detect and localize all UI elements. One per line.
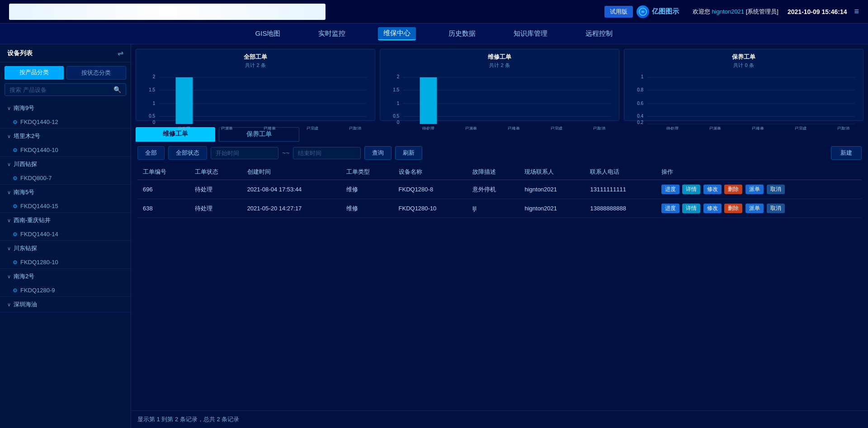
work-order-table-wrapper: 工单编号 工单状态 创建时间 工单类型 设备名称 故障描述 现场联系人 联系人电… bbox=[131, 164, 868, 410]
group-header-chuandong[interactable]: ∨ 川东钻探 bbox=[0, 241, 131, 256]
group-header-nanhai9[interactable]: ∨ 南海9号 bbox=[0, 100, 131, 116]
group-label: 川西钻探 bbox=[14, 160, 37, 168]
sidebar-title: 设备列表 bbox=[7, 49, 33, 57]
work-order-table: 工单编号 工单状态 创建时间 工单类型 设备名称 故障描述 现场联系人 联系人电… bbox=[137, 164, 862, 218]
svg-text:0.8: 0.8 bbox=[637, 87, 643, 92]
device-item-fkdq1440-10[interactable]: ⚙ FKDQ1440-10 bbox=[0, 144, 131, 156]
nav-item-maintenance[interactable]: 维保中心 bbox=[378, 27, 416, 40]
start-time-input[interactable] bbox=[211, 147, 278, 159]
cell-fault: 意外停机 bbox=[467, 180, 519, 199]
svg-text:0.6: 0.6 bbox=[637, 100, 643, 105]
query-button[interactable]: 查询 bbox=[364, 146, 392, 160]
filter-bar: 全部 全部状态 ~~ 查询 刷新 新建 bbox=[131, 142, 868, 164]
group-chuandong: ∨ 川东钻探 ⚙ FKDQ1280-10 bbox=[0, 241, 131, 269]
op-assign-btn[interactable]: 派单 bbox=[745, 204, 764, 213]
repair-orders-chart-area: 2 1.5 1 0.5 0 待处理 已派单 已接单 已完成 已取消 bbox=[386, 71, 613, 130]
group-chuanxi: ∨ 川西钻探 ⚙ FKDQ800-7 bbox=[0, 157, 131, 185]
trial-button[interactable]: 试用版 bbox=[604, 6, 633, 18]
cell-fault: ljl bbox=[467, 199, 519, 218]
device-icon: ⚙ bbox=[13, 287, 18, 294]
device-icon: ⚙ bbox=[13, 259, 18, 266]
group-talim2: ∨ 塔里木2号 ⚙ FKDQ1440-10 bbox=[0, 128, 131, 157]
device-item-fkdq1440-12[interactable]: ⚙ FKDQ1440-12 bbox=[0, 116, 131, 128]
group-header-xinan-cq[interactable]: ∨ 西南-重庆钻井 bbox=[0, 213, 131, 228]
group-nanhai2: ∨ 南海2号 ⚙ FKDQ1280-9 bbox=[0, 269, 131, 297]
col-status: 工单状态 bbox=[189, 164, 241, 180]
header-logo-area bbox=[9, 4, 604, 20]
svg-text:1: 1 bbox=[397, 100, 400, 105]
col-id: 工单编号 bbox=[137, 164, 189, 180]
group-label: 深圳海油 bbox=[14, 300, 37, 309]
nav-item-history[interactable]: 历史数据 bbox=[443, 28, 481, 40]
refresh-button[interactable]: 刷新 bbox=[395, 146, 422, 160]
pagination-text: 显示第 1 到第 2 条记录，总共 2 条记录 bbox=[137, 416, 239, 423]
op-assign-btn[interactable]: 派单 bbox=[745, 185, 764, 194]
nav-item-gis[interactable]: GIS地图 bbox=[250, 28, 286, 40]
device-item-fkdq1280-10[interactable]: ⚙ FKDQ1280-10 bbox=[0, 256, 131, 268]
svg-text:0.5: 0.5 bbox=[393, 114, 399, 119]
tab-product-category[interactable]: 按产品分类 bbox=[5, 66, 64, 80]
svg-text:1: 1 bbox=[153, 100, 156, 105]
svg-text:0.4: 0.4 bbox=[637, 114, 643, 119]
pagination: 显示第 1 到第 2 条记录，总共 2 条记录 bbox=[131, 410, 868, 428]
repair-orders-chart: 维修工单 共计 2 条 2 1.5 1 0.5 0 待处理 bbox=[380, 49, 619, 121]
end-time-input[interactable] bbox=[293, 147, 361, 159]
op-delete-btn[interactable]: 删除 bbox=[724, 185, 742, 194]
filter-all-status-button[interactable]: 全部状态 bbox=[168, 146, 207, 160]
op-edit-btn[interactable]: 修改 bbox=[703, 204, 722, 213]
op-progress-btn[interactable]: 进度 bbox=[661, 185, 679, 194]
op-delete-btn[interactable]: 删除 bbox=[724, 204, 742, 213]
menu-icon[interactable]: ≡ bbox=[854, 7, 859, 16]
device-item-fkdq1440-14[interactable]: ⚙ FKDQ1440-14 bbox=[0, 228, 131, 240]
svg-text:已派单: 已派单 bbox=[465, 126, 477, 130]
logo-bar bbox=[9, 4, 326, 20]
nav-item-knowledge[interactable]: 知识库管理 bbox=[508, 28, 553, 40]
chevron-icon: ∨ bbox=[7, 162, 11, 167]
trial-area: 试用版 亿图图示 bbox=[604, 5, 679, 18]
device-item-fkdq1280-9[interactable]: ⚙ FKDQ1280-9 bbox=[0, 284, 131, 296]
chevron-icon: ∨ bbox=[7, 302, 11, 308]
all-orders-chart-area: 2 1.5 1 0.5 0 待处理 已派单 已接单 已完成 bbox=[142, 71, 369, 130]
sidebar-switch-icon[interactable]: ⇌ bbox=[118, 49, 123, 57]
maint-orders-chart: 保养工单 共计 0 条 1 0.8 0.6 0.4 0.2 待处理 bbox=[624, 49, 863, 121]
filter-all-button[interactable]: 全部 bbox=[137, 146, 165, 160]
group-header-nanhai5[interactable]: ∨ 南海5号 bbox=[0, 185, 131, 200]
group-header-chuanxi[interactable]: ∨ 川西钻探 bbox=[0, 157, 131, 172]
table-row: 696 待处理 2021-08-04 17:53:44 维修 FKDQ1280-… bbox=[137, 180, 862, 199]
search-input[interactable] bbox=[9, 86, 113, 93]
tab-status-category[interactable]: 按状态分类 bbox=[66, 66, 127, 80]
chevron-icon: ∨ bbox=[7, 218, 11, 224]
op-edit-btn[interactable]: 修改 bbox=[703, 185, 722, 194]
nav-item-monitor[interactable]: 实时监控 bbox=[313, 28, 351, 40]
op-detail-btn[interactable]: 详情 bbox=[682, 204, 700, 213]
group-header-shenzhen[interactable]: ∨ 深圳海油 bbox=[0, 297, 131, 312]
brand-logo: 亿图图示 bbox=[637, 5, 679, 18]
group-nanhai9: ∨ 南海9号 ⚙ FKDQ1440-12 bbox=[0, 100, 131, 128]
op-progress-btn[interactable]: 进度 bbox=[661, 204, 679, 213]
group-label: 川东钻探 bbox=[14, 244, 37, 252]
nav-item-remote[interactable]: 远程控制 bbox=[580, 28, 618, 40]
op-cancel-btn[interactable]: 取消 bbox=[767, 204, 785, 213]
brand-name: 亿图图示 bbox=[652, 7, 679, 16]
svg-text:已完成: 已完成 bbox=[551, 126, 563, 130]
chevron-icon: ∨ bbox=[7, 246, 11, 252]
new-order-button[interactable]: 新建 bbox=[831, 146, 862, 160]
group-header-nanhai2[interactable]: ∨ 南海2号 bbox=[0, 269, 131, 284]
op-cancel-btn[interactable]: 取消 bbox=[767, 185, 785, 194]
col-ops: 操作 bbox=[656, 164, 862, 180]
group-label: 塔里木2号 bbox=[14, 132, 40, 140]
maint-orders-chart-area: 1 0.8 0.6 0.4 0.2 待处理 已派单 已接单 已完成 已取消 bbox=[630, 71, 858, 130]
main-content: 设备列表 ⇌ 按产品分类 按状态分类 🔍 ∨ 南海9号 ⚙ FKDQ1440-1… bbox=[0, 44, 868, 428]
svg-text:2: 2 bbox=[153, 74, 156, 79]
svg-text:已接单: 已接单 bbox=[508, 126, 520, 130]
op-detail-btn[interactable]: 详情 bbox=[682, 185, 700, 194]
col-contact: 现场联系人 bbox=[519, 164, 585, 180]
group-header-talim2[interactable]: ∨ 塔里木2号 bbox=[0, 128, 131, 144]
content-area: 全部工单 共计 2 条 2 1.5 1 0.5 0 bbox=[131, 44, 868, 428]
cell-phone: 13888888888 bbox=[585, 199, 656, 218]
device-item-fkdq800-7[interactable]: ⚙ FKDQ800-7 bbox=[0, 172, 131, 184]
cell-type: 维修 bbox=[341, 180, 393, 199]
cell-id: 638 bbox=[137, 199, 189, 218]
device-icon: ⚙ bbox=[13, 175, 18, 181]
device-item-fkdq1440-15[interactable]: ⚙ FKDQ1440-15 bbox=[0, 200, 131, 212]
